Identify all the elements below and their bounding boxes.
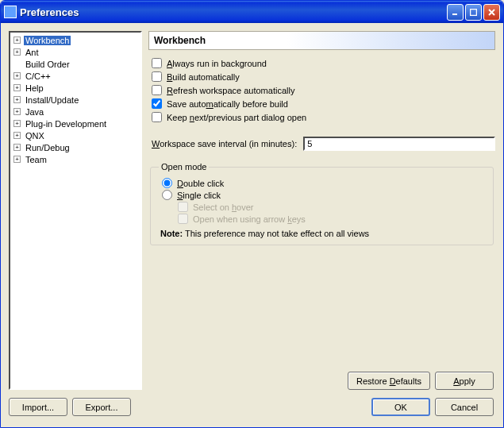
app-icon [4,6,17,18]
tree-item-label: Build Order [24,60,71,69]
label-double-click: Double click [177,179,224,188]
checkbox-keep-dialog[interactable] [152,112,162,122]
tree-item[interactable]: +Java [12,106,139,118]
tree-item-label: Plug-in Development [24,119,108,129]
minimize-button[interactable] [447,4,464,21]
expand-icon[interactable]: + [13,120,21,127]
expand-icon[interactable]: + [13,37,21,44]
option-build-automatically[interactable]: Build automatically [148,71,495,82]
tree-item[interactable]: Build Order [12,58,139,70]
note-label: Note: [160,229,183,238]
label-single-click: Single click [177,191,221,200]
close-button[interactable] [483,4,500,21]
label-run-background: Always run in background [167,59,267,68]
radio-double-click-row[interactable]: Double click [159,178,485,188]
tree-item[interactable]: +Ant [12,46,139,58]
tree-item-label: Java [24,107,45,117]
checkbox-build-automatically[interactable] [152,71,162,82]
preferences-window: Preferences +Workbench+AntBuild Order+C/… [0,0,504,428]
tree-item-label: Install/Update [24,95,80,105]
option-run-background[interactable]: Always run in background [148,58,495,68]
label-build-automatically: Build automatically [167,72,240,82]
window-title: Preferences [20,6,447,18]
radio-single-click-row[interactable]: Single click [159,190,485,200]
checkbox-open-arrow-keys [178,214,188,224]
open-mode-note: Note: This preference may not take effec… [159,229,485,238]
workspace-save-interval-row: Workspace save interval (in minutes): [148,137,495,151]
titlebar[interactable]: Preferences [1,1,503,23]
apply-button[interactable]: Apply [435,372,494,390]
tree-item-label: Ant [24,48,40,57]
tree-item-label: C/C++ [24,71,52,81]
interval-label: Workspace save interval (in minutes): [152,139,297,148]
tree-item[interactable]: +Help [12,82,139,94]
expand-icon[interactable]: + [13,144,21,151]
expand-icon[interactable]: + [13,108,21,115]
expand-icon[interactable]: + [13,156,21,163]
tree-item-label: QNX [24,131,46,141]
checkbox-run-background[interactable] [152,58,162,68]
category-tree[interactable]: +Workbench+AntBuild Order+C/C+++Help+Ins… [9,31,142,390]
expand-icon[interactable]: + [13,96,21,103]
maximize-button[interactable] [465,4,482,21]
bottom-bar: Import... Export... OK Cancel [1,395,503,422]
tree-spacer [13,60,21,67]
checkbox-refresh-workspace[interactable] [152,85,162,95]
open-mode-legend: Open mode [159,162,209,172]
label-save-before-build: Save automatically before build [167,99,288,109]
interval-input[interactable] [303,137,495,151]
option-refresh-workspace[interactable]: Refresh workspace automatically [148,85,495,95]
tree-item[interactable]: +Workbench [12,34,139,46]
note-text: This preference may not take effect on a… [185,229,369,238]
option-keep-dialog[interactable]: Keep next/previous part dialog open [148,112,495,122]
label-select-hover: Select on hover [193,202,253,212]
tree-item[interactable]: +Plug-in Development [12,118,139,129]
panel-title: Workbench [148,31,495,50]
ok-button[interactable]: OK [371,398,430,416]
option-open-arrow-keys: Open when using arrow keys [159,214,485,224]
open-mode-group: Open mode Double click Single click Sele… [150,162,494,245]
option-select-hover: Select on hover [159,202,485,212]
radio-single-click[interactable] [162,190,172,200]
label-keep-dialog: Keep next/previous part dialog open [167,113,306,122]
tree-item-label: Run/Debug [24,143,71,152]
checkbox-select-hover [178,202,188,212]
option-save-before-build[interactable]: Save automatically before build [148,98,495,109]
import-button[interactable]: Import... [9,398,67,416]
tree-item-label: Team [24,155,48,164]
cancel-button[interactable]: Cancel [435,398,494,416]
tree-item[interactable]: +Run/Debug [12,141,139,153]
export-button[interactable]: Export... [72,398,131,416]
expand-icon[interactable]: + [13,72,21,79]
restore-defaults-button[interactable]: Restore Defaults [348,372,430,390]
tree-item-label: Help [24,83,45,93]
expand-icon[interactable]: + [13,48,21,56]
tree-item[interactable]: +Install/Update [12,94,139,106]
label-refresh-workspace: Refresh workspace automatically [167,86,294,95]
tree-item[interactable]: +C/C++ [12,70,139,82]
label-open-arrow-keys: Open when using arrow keys [193,214,306,224]
tree-item-label: Workbench [24,36,71,45]
tree-item[interactable]: +Team [12,153,139,165]
svg-rect-0 [452,13,457,15]
expand-icon[interactable]: + [13,132,21,139]
settings-panel: Workbench Always run in background Build… [148,31,495,390]
expand-icon[interactable]: + [13,84,21,91]
radio-double-click[interactable] [162,178,172,188]
tree-item[interactable]: +QNX [12,129,139,141]
svg-rect-1 [471,9,477,15]
checkbox-save-before-build[interactable] [152,98,162,109]
